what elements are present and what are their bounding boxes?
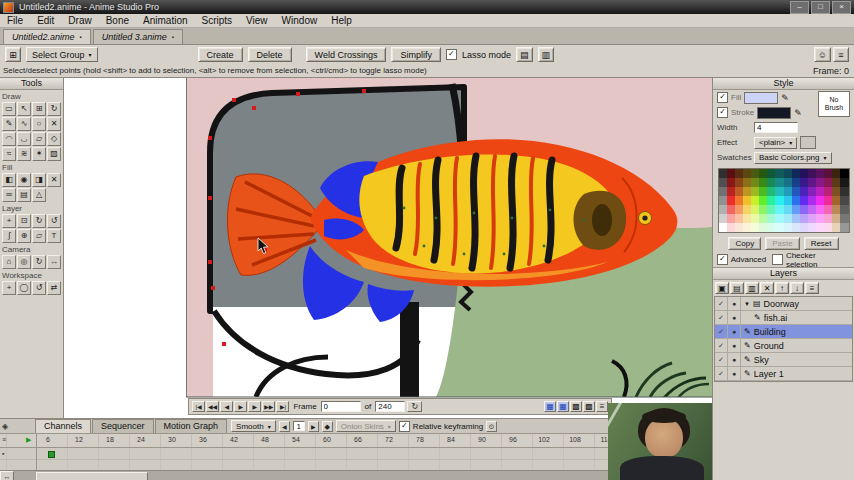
palette-swatch[interactable] [784,196,792,205]
doc-tab-untitled-3-anime[interactable]: Untitled 3.anime▪ [93,29,183,44]
interpolation-dropdown[interactable]: Smooth ▾ [231,420,276,432]
palette-swatch[interactable] [840,178,848,187]
palette-swatch[interactable] [743,214,751,223]
palette-swatch[interactable] [816,196,824,205]
fill-eyedropper-icon[interactable]: ✎ [781,93,789,103]
palette-swatch[interactable] [775,169,783,178]
bend-points-icon[interactable]: ≈ [2,147,16,161]
layer-visibility-toggle[interactable]: ✓ [715,297,728,310]
palette-swatch[interactable] [727,169,735,178]
palette-swatch[interactable] [808,223,816,232]
delete-edge-icon[interactable]: ✕ [47,117,61,131]
layer-visibility-toggle[interactable]: ✓ [715,353,728,366]
palette-swatch[interactable] [792,196,800,205]
menu-window[interactable]: Window [275,15,325,26]
pan-workspace-icon[interactable]: + [2,281,16,295]
palette-swatch[interactable] [743,178,751,187]
palette-swatch[interactable] [735,196,743,205]
timeline-tracks[interactable]: ▪ [0,448,712,470]
fill-color-swatch[interactable] [744,92,778,104]
shear-layer-icon[interactable]: ▱ [32,229,46,243]
track-camera-icon[interactable]: ⌂ [2,255,16,269]
rewind-start-button[interactable]: |◀ [192,401,205,412]
magnet-icon[interactable]: ◡ [17,132,31,146]
freehand-icon[interactable]: ∿ [17,117,31,131]
layer-visibility-toggle[interactable]: ✓ [715,339,728,352]
palette-swatch[interactable] [824,205,832,214]
palette-swatch[interactable] [800,187,808,196]
timeline-scrollbar-thumb[interactable] [36,472,148,480]
palette-swatch[interactable] [727,223,735,232]
palette-swatch[interactable] [824,187,832,196]
palette-swatch[interactable] [719,196,727,205]
display-quality-3-icon[interactable]: ▩ [570,401,582,412]
rotate-layer-z-icon[interactable]: ↻ [32,214,46,228]
layer-row-doorway[interactable]: ✓●▼▤Doorway [715,297,852,311]
rewind-button[interactable]: ◀◀ [206,401,219,412]
menu-edit[interactable]: Edit [30,15,61,26]
palette-swatch[interactable] [800,205,808,214]
line-width-icon[interactable]: ═ [2,188,16,202]
scroll-button[interactable]: ↔ [0,471,14,480]
roll-camera-icon[interactable]: ↻ [32,255,46,269]
palette-swatch[interactable] [759,178,767,187]
stroke-eyedropper-icon[interactable]: ✎ [794,108,802,118]
follow-path-icon[interactable]: ∫ [2,229,16,243]
menu-bone[interactable]: Bone [99,15,136,26]
orbit-workspace-icon[interactable]: ⇄ [47,281,61,295]
menu-view[interactable]: View [239,15,275,26]
palette-swatch[interactable] [735,187,743,196]
palette-swatch[interactable] [808,196,816,205]
menu-help[interactable]: Help [324,15,359,26]
layer-visibility-toggle[interactable]: ✓ [715,311,728,324]
palette-swatch[interactable] [727,205,735,214]
display-quality-4-icon[interactable]: ▩ [583,401,595,412]
layer-row-building[interactable]: ✓●✎Building [715,325,852,339]
palette-swatch[interactable] [792,223,800,232]
reset-style-button[interactable]: Reset [804,237,839,250]
palette-swatch[interactable] [767,205,775,214]
palette-swatch[interactable] [743,196,751,205]
palette-swatch[interactable] [719,214,727,223]
zoom-camera-icon[interactable]: ◎ [17,255,31,269]
palette-swatch[interactable] [800,196,808,205]
curve-exposure-icon[interactable]: △ [32,188,46,202]
layer-expand-arrow[interactable]: ▼ [744,301,750,307]
palette-swatch[interactable] [824,169,832,178]
delete-shape-icon[interactable]: ✕ [47,173,61,187]
step-back-button[interactable]: ◀ [220,401,233,412]
layer-edit-toggle[interactable]: ● [728,311,741,324]
palette-swatch[interactable] [824,178,832,187]
hide-edge-icon[interactable]: ▤ [17,188,31,202]
menu-draw[interactable]: Draw [61,15,98,26]
palette-swatch[interactable] [832,187,840,196]
eraser-icon[interactable]: ▨ [47,147,61,161]
new-layer-icon[interactable]: ▣ [715,282,729,294]
palette-swatch[interactable] [784,223,792,232]
stroke-width-input[interactable] [754,122,798,133]
palette-swatch[interactable] [792,214,800,223]
scatter-brush-icon[interactable]: ✶ [32,147,46,161]
palette-swatch[interactable] [727,196,735,205]
brush-preview[interactable]: No Brush [818,91,850,117]
palette-swatch[interactable] [816,178,824,187]
palette-swatch[interactable] [775,196,783,205]
palette-swatch[interactable] [775,187,783,196]
layer-edit-toggle[interactable]: ● [728,353,741,366]
layer-row-fish-ai[interactable]: ✓●✎fish.ai [715,311,852,325]
palette-swatch[interactable] [775,205,783,214]
palette-swatch[interactable] [743,223,751,232]
palette-swatch[interactable] [751,223,759,232]
rotate-points-icon[interactable]: ↻ [47,102,61,116]
palette-swatch[interactable] [759,169,767,178]
create-shape-icon[interactable]: ◉ [17,173,31,187]
palette-swatch[interactable] [735,223,743,232]
display-quality-2-icon[interactable]: ▦ [557,401,569,412]
effect-dropdown[interactable]: <plain> ▾ [754,137,797,149]
paint-bucket-icon[interactable]: ◨ [32,173,46,187]
loop-button[interactable]: ↻ [407,401,422,412]
palette-swatch[interactable] [727,187,735,196]
palette-swatch[interactable] [759,223,767,232]
timeline-tab-sequencer[interactable]: Sequencer [92,419,154,433]
maximize-button[interactable]: □ [811,1,830,14]
